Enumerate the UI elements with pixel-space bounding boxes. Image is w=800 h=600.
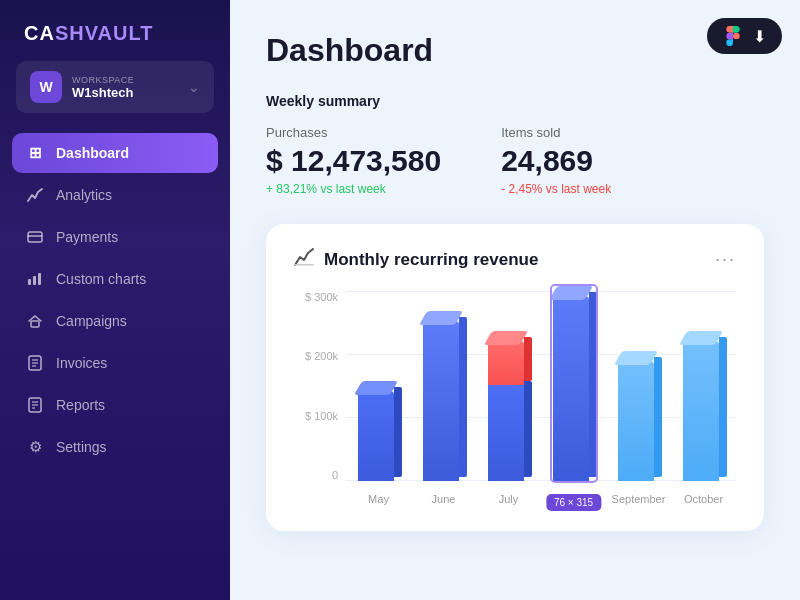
y-label: $ 200k [294, 350, 338, 362]
sidebar-item-label: Settings [56, 439, 107, 455]
items-sold-label: Items sold [501, 125, 611, 140]
bar-group-july: July [476, 291, 541, 481]
sidebar-item-analytics[interactable]: Analytics [12, 175, 218, 215]
page-title: Dashboard [266, 32, 764, 69]
svg-rect-14 [294, 264, 314, 266]
sidebar-item-label: Payments [56, 229, 118, 245]
chart-more-button[interactable]: ··· [715, 249, 736, 270]
sidebar-item-payments[interactable]: Payments [12, 217, 218, 257]
dashboard-icon: ⊞ [26, 144, 44, 162]
chart-header: Monthly recurring revenue ··· [294, 248, 736, 271]
bar-august: 76 × 315 [553, 296, 595, 481]
items-sold-change: - 2,45% vs last week [501, 182, 611, 196]
sidebar: CASHVAULT W WORKSPACE W1shtech ⌄ ⊞ Dashb… [0, 0, 230, 600]
svg-rect-3 [33, 276, 36, 285]
purchases-label: Purchases [266, 125, 441, 140]
bar-group-september: September [606, 291, 671, 481]
sidebar-item-campaigns[interactable]: Campaigns [12, 301, 218, 341]
stats-row: Purchases $ 12,473,580 + 83,21% vs last … [266, 125, 764, 196]
bar-may [358, 391, 400, 481]
svg-rect-0 [28, 232, 42, 242]
weekly-summary-label: Weekly summary [266, 93, 764, 109]
y-label: $ 100k [294, 410, 338, 422]
workspace-label: WORKSPACE [72, 75, 178, 85]
invoices-icon [26, 354, 44, 372]
chart-card: Monthly recurring revenue ··· $ 300k $ 2… [266, 224, 764, 531]
chart-bars-area: May June [346, 291, 736, 481]
bar-label-june: June [432, 493, 456, 505]
y-label: 0 [294, 469, 338, 481]
sidebar-item-reports[interactable]: Reports [12, 385, 218, 425]
items-sold-value: 24,869 [501, 144, 611, 178]
top-action-button[interactable]: ⬇ [707, 18, 782, 54]
workspace-name: W1shtech [72, 85, 178, 100]
sidebar-item-label: Custom charts [56, 271, 146, 287]
bar-group-october: October [671, 291, 736, 481]
app-logo: CASHVAULT [0, 0, 230, 61]
bar-label-july: July [499, 493, 519, 505]
download-icon: ⬇ [753, 27, 766, 46]
purchases-change: + 83,21% vs last week [266, 182, 441, 196]
payments-icon [26, 228, 44, 246]
chart-title-icon [294, 248, 314, 271]
bar-group-may: May [346, 291, 411, 481]
workspace-info: WORKSPACE W1shtech [72, 75, 178, 100]
chart-tooltip: 76 × 315 [546, 494, 601, 511]
sidebar-item-label: Invoices [56, 355, 107, 371]
chart-title-text: Monthly recurring revenue [324, 250, 538, 270]
workspace-arrow-icon: ⌄ [188, 79, 200, 95]
custom-charts-icon [26, 270, 44, 288]
chart-title-row: Monthly recurring revenue [294, 248, 538, 271]
y-label: $ 300k [294, 291, 338, 303]
y-axis: $ 300k $ 200k $ 100k 0 [294, 291, 338, 481]
nav-menu: ⊞ Dashboard Analytics Payments [0, 129, 230, 471]
svg-rect-5 [31, 321, 39, 327]
bar-october [683, 341, 725, 481]
svg-rect-4 [38, 273, 41, 285]
bar-label-may: May [368, 493, 389, 505]
purchases-value: $ 12,473,580 [266, 144, 441, 178]
bar-label-september: September [612, 493, 666, 505]
bar-label-october: October [684, 493, 723, 505]
workspace-switcher[interactable]: W WORKSPACE W1shtech ⌄ [16, 61, 214, 113]
bar-july [488, 341, 530, 481]
workspace-avatar: W [30, 71, 62, 103]
bar-chart: $ 300k $ 200k $ 100k 0 May [294, 291, 736, 511]
bar-group-june: June [411, 291, 476, 481]
analytics-icon [26, 186, 44, 204]
reports-icon [26, 396, 44, 414]
sidebar-item-invoices[interactable]: Invoices [12, 343, 218, 383]
sidebar-item-label: Analytics [56, 187, 112, 203]
bar-group-august: 76 × 315 [541, 291, 606, 481]
bar-june [423, 321, 465, 481]
svg-rect-2 [28, 279, 31, 285]
campaigns-icon [26, 312, 44, 330]
sidebar-item-label: Dashboard [56, 145, 129, 161]
sidebar-item-custom-charts[interactable]: Custom charts [12, 259, 218, 299]
stat-items-sold: Items sold 24,869 - 2,45% vs last week [501, 125, 611, 196]
sidebar-item-settings[interactable]: ⚙ Settings [12, 427, 218, 467]
stat-purchases: Purchases $ 12,473,580 + 83,21% vs last … [266, 125, 441, 196]
main-content: Dashboard Weekly summary Purchases $ 12,… [230, 0, 800, 600]
sidebar-item-label: Campaigns [56, 313, 127, 329]
bar-september [618, 361, 660, 481]
settings-icon: ⚙ [26, 438, 44, 456]
sidebar-item-label: Reports [56, 397, 105, 413]
figma-icon [723, 26, 743, 46]
sidebar-item-dashboard[interactable]: ⊞ Dashboard [12, 133, 218, 173]
